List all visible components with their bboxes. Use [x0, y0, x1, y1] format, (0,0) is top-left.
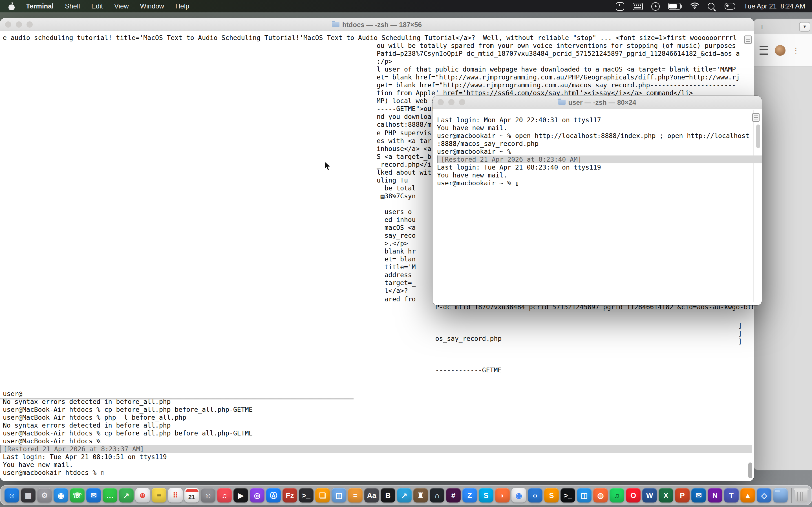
apple-menu-icon[interactable]: [8, 2, 15, 10]
dock-app-icon[interactable]: P: [675, 488, 690, 503]
terminal-line: [377, 382, 754, 390]
menu-item[interactable]: Shell: [59, 2, 86, 10]
user-titlebar[interactable]: user — -zsh — 80×24: [433, 96, 762, 109]
dock-app-icon[interactable]: #: [446, 488, 461, 503]
page-icon: [752, 113, 760, 122]
menu-item[interactable]: Help: [170, 2, 195, 10]
dock-app-icon[interactable]: W: [642, 488, 657, 503]
terminal-line: [377, 358, 754, 366]
app-glyph: ▦: [25, 492, 32, 499]
terminal-window-user[interactable]: user — -zsh — 80×24 Last login: Mon Apr …: [433, 96, 762, 305]
dock-app-icon[interactable]: =: [348, 488, 363, 503]
dock-app-icon[interactable]: ⌂: [430, 488, 444, 503]
background-window-tab-bar: + ▾: [754, 19, 812, 34]
app-glyph: ♫: [221, 492, 227, 499]
input-device-icon[interactable]: [616, 2, 624, 10]
dock-app-icon[interactable]: T: [724, 488, 739, 503]
dock-app-icon[interactable]: ◗: [495, 488, 510, 503]
app-glyph: Fz: [286, 492, 294, 499]
dock-app-icon[interactable]: ↗: [397, 488, 412, 503]
dock-app-icon[interactable]: Ⓐ: [266, 488, 281, 503]
terminal-line: Pafid=p238%7CsynIoQpiP-dc_mtid_18707vxu3…: [377, 50, 754, 57]
background-window-toolbar: ⋮: [754, 34, 812, 66]
dock-app-icon[interactable]: N: [708, 488, 722, 503]
dock-app-icon[interactable]: ♫: [217, 488, 232, 503]
dock-app-icon[interactable]: ☏: [70, 488, 85, 503]
minimize-button[interactable]: [16, 21, 22, 27]
dock-app-icon[interactable]: ↗: [119, 488, 134, 503]
avatar[interactable]: [775, 45, 785, 55]
dock-app-icon[interactable]: Fz: [283, 488, 297, 503]
dock-app-icon[interactable]: [773, 488, 788, 503]
dock-app-icon[interactable]: Aa: [364, 488, 379, 503]
scrollbar-thumb[interactable]: [748, 462, 752, 478]
dock-app-icon[interactable]: ≡: [152, 488, 166, 503]
menu-bar-clock[interactable]: Tue Apr 21 8:24 AM: [744, 2, 805, 10]
dock-app-icon[interactable]: >_: [299, 488, 313, 503]
dock-app-icon[interactable]: 21: [185, 488, 199, 503]
close-button[interactable]: [438, 99, 444, 105]
app-glyph: P: [680, 492, 684, 499]
battery-icon[interactable]: [668, 3, 680, 10]
dock-app-icon[interactable]: ◇: [757, 488, 771, 503]
terminal-line: user@MacBook-Air htdocs % php -l before_…: [3, 413, 752, 421]
htdocs-titlebar[interactable]: htdocs — -zsh — 187×56: [0, 18, 754, 32]
app-glyph: O: [630, 492, 636, 499]
dock-app-icon[interactable]: >_: [560, 488, 575, 503]
zoom-button[interactable]: [27, 21, 33, 27]
dock-app-icon[interactable]: ▦: [21, 488, 36, 503]
close-button[interactable]: [5, 21, 11, 27]
terminal-line: No syntax errors detected in before_all.…: [3, 421, 752, 429]
dock-app-icon[interactable]: ◎: [250, 488, 264, 503]
app-glyph: ☺: [204, 492, 212, 499]
app-glyph: ◍: [598, 492, 604, 499]
dock-app-icon[interactable]: S: [544, 488, 559, 503]
terminal-line: ------------GETME: [377, 366, 754, 374]
more-menu-icon[interactable]: ⋮: [792, 46, 800, 54]
dock-app-icon[interactable]: ◫: [332, 488, 346, 503]
spotlight-search-icon[interactable]: [708, 3, 714, 10]
dock-app-icon[interactable]: ◫: [577, 488, 592, 503]
dock-app-icon[interactable]: ❏: [315, 488, 330, 503]
scrollbar-thumb[interactable]: [756, 124, 760, 148]
dock-app-icon[interactable]: B: [380, 488, 395, 503]
minimize-button[interactable]: [448, 99, 455, 105]
dock-app-icon[interactable]: ◉: [511, 488, 526, 503]
customize-icon[interactable]: [760, 46, 768, 54]
dock-app-icon[interactable]: S: [479, 488, 493, 503]
dock-app-icon[interactable]: ⠿: [168, 488, 183, 503]
app-glyph: ◉: [516, 492, 522, 499]
new-tab-button[interactable]: +: [760, 22, 765, 31]
dock-app-icon[interactable]: ✉: [86, 488, 101, 503]
dock-app-icon[interactable]: ‹›: [528, 488, 543, 503]
zoom-button[interactable]: [459, 99, 465, 105]
dock-app-icon[interactable]: ♜: [413, 488, 428, 503]
control-center-icon[interactable]: [725, 3, 735, 10]
menu-item[interactable]: Window: [135, 2, 170, 10]
dock-app-icon[interactable]: ⚙: [37, 488, 52, 503]
dock-app-icon[interactable]: ▶: [234, 488, 248, 503]
app-glyph: ✉: [91, 492, 97, 499]
dock-app-icon[interactable]: ☺: [4, 488, 19, 503]
dock-app-icon[interactable]: ◉: [54, 488, 68, 503]
dock-app-icon[interactable]: Z: [462, 488, 477, 503]
trash-icon[interactable]: [795, 488, 808, 502]
app-menu[interactable]: Terminal: [20, 2, 59, 10]
terminal-line: user@macbookair ~ % ▯: [437, 179, 762, 187]
dock-app-icon[interactable]: O: [626, 488, 641, 503]
now-playing-icon[interactable]: [651, 2, 660, 10]
dock-app-icon[interactable]: X: [659, 488, 673, 503]
dock-app-icon[interactable]: ☺: [201, 488, 215, 503]
dock-app-icon[interactable]: ◍: [593, 488, 608, 503]
dock-app-icon[interactable]: ✉: [691, 488, 706, 503]
tab-overview-button[interactable]: ▾: [799, 22, 810, 31]
wifi-icon[interactable]: [690, 2, 699, 10]
dock-app-icon[interactable]: …: [103, 488, 117, 503]
dock-app-icon[interactable]: ♫: [610, 488, 624, 503]
menu-item[interactable]: View: [109, 2, 135, 10]
menu-item[interactable]: Edit: [86, 2, 109, 10]
dock-app-icon[interactable]: ▲: [741, 488, 755, 503]
terminal-line: user@macbookair htdocs % ▯: [3, 469, 752, 477]
dock-app-icon[interactable]: ⊛: [135, 488, 150, 503]
keyboard-icon[interactable]: [633, 3, 643, 10]
